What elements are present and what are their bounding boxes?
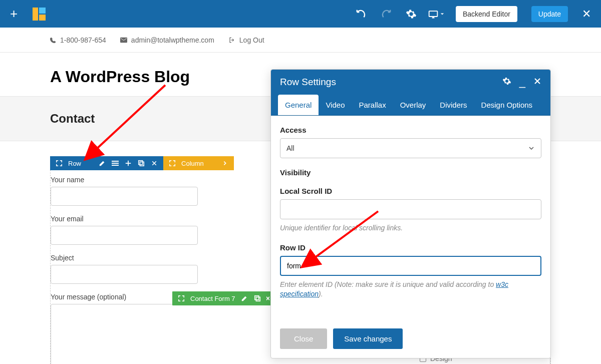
svg-rect-3 [140, 162, 144, 166]
tab-dividers[interactable]: Dividers [433, 95, 474, 115]
responsive-icon[interactable] [431, 9, 442, 20]
delete-icon[interactable] [266, 294, 269, 302]
cf7-label: Contact Form 7 [190, 295, 235, 302]
email-item: admin@totalwptheme.com [120, 36, 214, 44]
logout-item[interactable]: Log Out [228, 36, 264, 44]
your-email-input[interactable] [51, 226, 198, 245]
modal-tabs: General Video Parallax Overlay Dividers … [271, 95, 550, 116]
delete-icon[interactable] [150, 159, 158, 167]
toolbar-left: + [10, 6, 46, 22]
phone-text: 1-800-987-654 [60, 36, 106, 44]
modal-body: Access All Visibility Local Scroll ID Un… [271, 116, 550, 319]
svg-rect-1 [120, 37, 127, 43]
tab-general[interactable]: General [278, 95, 319, 115]
undo-icon[interactable] [356, 9, 367, 20]
modal-header[interactable]: Row Settings _ [271, 70, 550, 95]
your-name-input[interactable] [51, 187, 198, 206]
column-label: Column [181, 160, 204, 167]
add-element-icon[interactable]: + [10, 6, 18, 22]
expand-icon[interactable] [177, 294, 185, 302]
chevron-down-icon [528, 146, 535, 151]
close-button[interactable]: Close [280, 328, 327, 349]
tab-design-options[interactable]: Design Options [474, 95, 540, 115]
chevron-right-icon[interactable] [221, 159, 229, 167]
backend-editor-button[interactable]: Backend Editor [456, 6, 517, 22]
minimize-icon[interactable]: _ [519, 80, 525, 85]
columns-icon[interactable] [111, 159, 119, 167]
redo-icon[interactable] [381, 9, 392, 20]
logout-text: Log Out [239, 36, 264, 44]
gear-icon[interactable] [502, 77, 511, 88]
close-icon[interactable] [533, 77, 541, 87]
access-select[interactable]: All [280, 138, 541, 158]
visibility-label: Visibility [280, 168, 541, 177]
clone-icon[interactable] [253, 294, 261, 302]
close-editor-icon[interactable]: ✕ [582, 8, 591, 21]
top-toolbar: + Backend Editor Update ✕ [0, 0, 601, 28]
modal-footer: Close Save changes [271, 319, 550, 358]
access-label: Access [280, 126, 541, 134]
svg-rect-4 [254, 296, 258, 300]
scroll-help-text: Unique identifier for local scrolling li… [280, 223, 541, 233]
logo-icon[interactable] [33, 8, 46, 21]
email-text: admin@totalwptheme.com [131, 36, 214, 44]
row-toolbar-main[interactable]: Row [50, 156, 163, 170]
update-button[interactable]: Update [531, 6, 568, 22]
tab-overlay[interactable]: Overlay [393, 95, 433, 115]
row-label: Row [68, 160, 81, 167]
local-scroll-id-label: Local Scroll ID [280, 187, 541, 195]
svg-rect-2 [139, 161, 143, 165]
local-scroll-id-input[interactable] [280, 199, 541, 219]
expand-icon[interactable] [55, 159, 63, 167]
row-id-input[interactable] [280, 256, 541, 276]
column-toolbar[interactable]: Column [163, 156, 234, 170]
save-changes-button[interactable]: Save changes [333, 328, 403, 349]
edit-icon[interactable] [240, 294, 248, 302]
svg-rect-0 [429, 11, 438, 17]
tab-video[interactable]: Video [319, 95, 352, 115]
info-bar: 1-800-987-654 admin@totalwptheme.com Log… [0, 28, 601, 53]
modal-title: Row Settings [280, 77, 336, 88]
clone-icon[interactable] [137, 159, 145, 167]
expand-icon[interactable] [168, 159, 176, 167]
phone-item: 1-800-987-654 [50, 36, 106, 44]
row-id-help-text: Enter element ID (Note: make sure it is … [280, 280, 541, 299]
edit-icon[interactable] [98, 159, 106, 167]
row-settings-modal: Row Settings _ General Video Parallax Ov… [270, 69, 551, 358]
svg-rect-5 [256, 297, 260, 301]
toolbar-right: Backend Editor Update ✕ [356, 6, 591, 22]
access-value: All [286, 144, 294, 152]
row-id-label: Row ID [280, 243, 541, 252]
subject-input[interactable] [51, 265, 198, 284]
gear-icon[interactable] [406, 9, 417, 20]
plus-icon[interactable] [124, 159, 132, 167]
tab-parallax[interactable]: Parallax [352, 95, 393, 115]
contact-form-7-badge[interactable]: Contact Form 7 [172, 291, 274, 305]
